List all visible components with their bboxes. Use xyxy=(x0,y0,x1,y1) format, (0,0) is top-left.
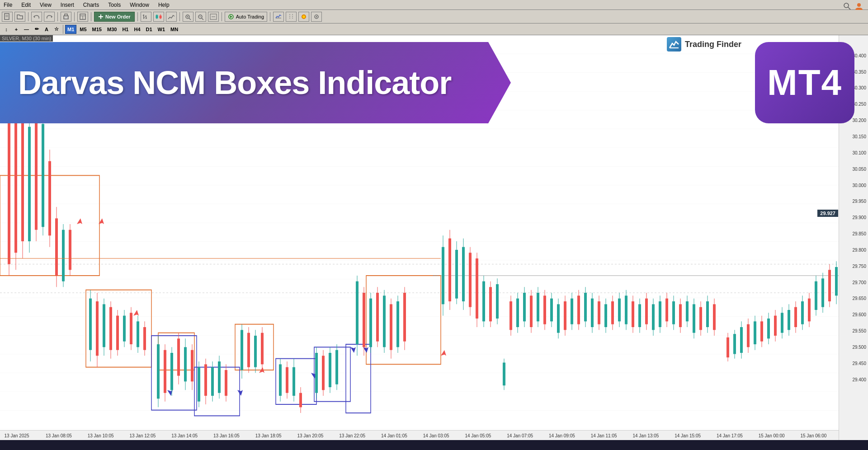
w1-btn[interactable]: W1 xyxy=(156,25,168,34)
svg-rect-74 xyxy=(62,230,65,281)
svg-rect-199 xyxy=(543,295,546,324)
color-settings-btn[interactable] xyxy=(298,12,309,22)
svg-rect-263 xyxy=(767,319,770,338)
svg-rect-68 xyxy=(42,124,44,227)
candle-chart-btn[interactable] xyxy=(153,12,164,22)
svg-rect-159 xyxy=(383,295,386,347)
time-label-3: 13 Jan 12:05 xyxy=(129,433,156,438)
new-order-button[interactable]: New Order xyxy=(94,12,135,22)
time-label-14: 14 Jan 11:05 xyxy=(591,433,617,438)
indicator-list-btn[interactable] xyxy=(273,12,284,22)
svg-rect-94 xyxy=(137,321,139,347)
menu-edit[interactable]: Edit xyxy=(19,1,33,9)
svg-rect-62 xyxy=(21,104,24,241)
print-btn[interactable] xyxy=(61,12,71,22)
time-label-0: 13 Jan 2025 xyxy=(5,433,29,438)
m5-btn[interactable]: M5 xyxy=(77,25,89,34)
svg-rect-283 xyxy=(835,267,838,295)
svg-rect-191 xyxy=(516,299,519,327)
menu-file[interactable]: File xyxy=(2,1,14,9)
trading-finder-logo: Trading Finder xyxy=(667,37,741,52)
svg-rect-189 xyxy=(509,301,512,330)
svg-point-39 xyxy=(316,16,317,17)
svg-rect-64 xyxy=(28,127,31,241)
text-btn[interactable]: A xyxy=(42,25,51,34)
svg-rect-255 xyxy=(740,327,743,353)
svg-rect-110 xyxy=(191,350,193,382)
svg-rect-104 xyxy=(170,353,173,390)
h4-btn[interactable]: H4 xyxy=(132,25,142,34)
chart-settings-btn[interactable] xyxy=(311,12,322,22)
svg-rect-161 xyxy=(390,304,392,350)
redo-btn[interactable] xyxy=(44,12,55,22)
avatar-icon[interactable] xyxy=(854,2,863,11)
svg-rect-215 xyxy=(598,301,600,324)
svg-rect-82 xyxy=(96,301,99,356)
m1-btn[interactable]: M1 xyxy=(65,25,76,34)
price-29700: 29.700 xyxy=(852,280,866,285)
svg-rect-193 xyxy=(523,293,526,321)
fit-btn[interactable] xyxy=(208,12,219,22)
svg-rect-145 xyxy=(329,353,331,387)
mn-btn[interactable]: MN xyxy=(168,25,180,34)
templates-btn[interactable] xyxy=(77,12,88,22)
svg-rect-153 xyxy=(363,293,365,347)
line-chart-btn[interactable] xyxy=(166,12,177,22)
svg-rect-275 xyxy=(808,299,811,322)
menu-view[interactable]: View xyxy=(38,1,53,9)
tf-logo-icon xyxy=(667,37,681,52)
svg-point-37 xyxy=(302,15,305,18)
new-chart-btn[interactable] xyxy=(2,12,13,22)
svg-rect-207 xyxy=(571,299,573,324)
cursor-btn[interactable]: ↕ xyxy=(2,25,11,34)
bar-chart-btn[interactable] xyxy=(141,12,151,22)
svg-rect-174 xyxy=(462,247,465,301)
svg-rect-135 xyxy=(286,367,288,393)
menu-tools[interactable]: Tools xyxy=(106,1,123,9)
svg-rect-245 xyxy=(699,307,702,330)
svg-rect-233 xyxy=(659,301,661,327)
svg-rect-181 xyxy=(482,281,485,322)
undo-btn[interactable] xyxy=(31,12,42,22)
zoom-out-btn[interactable] xyxy=(195,12,206,22)
svg-rect-257 xyxy=(747,324,750,347)
svg-rect-203 xyxy=(557,304,560,333)
m15-btn[interactable]: M15 xyxy=(90,25,104,34)
mt4-badge: MT4 xyxy=(755,42,854,123)
svg-rect-115 xyxy=(204,364,207,396)
menu-help[interactable]: Help xyxy=(156,1,171,9)
current-price-badge: 29.927 xyxy=(817,210,838,217)
svg-rect-117 xyxy=(211,367,214,396)
open-btn[interactable] xyxy=(14,12,25,22)
svg-rect-121 xyxy=(225,370,227,396)
banner: Darvas NCM Boxes Indicator xyxy=(0,42,511,123)
svg-rect-223 xyxy=(625,295,627,324)
autotrading-button[interactable]: Auto Trading xyxy=(225,12,267,22)
menu-window[interactable]: Window xyxy=(128,1,151,9)
svg-line-27 xyxy=(202,18,203,20)
svg-rect-253 xyxy=(733,334,736,354)
m30-btn[interactable]: M30 xyxy=(105,25,119,34)
h1-btn[interactable]: H1 xyxy=(120,25,131,34)
price-29600: 29.600 xyxy=(852,312,866,317)
svg-rect-137 xyxy=(292,367,295,396)
crosshair-btn[interactable]: + xyxy=(12,25,21,34)
svg-rect-273 xyxy=(801,301,804,324)
menu-insert[interactable]: Insert xyxy=(59,1,76,9)
period-separators-btn[interactable] xyxy=(286,12,297,22)
menu-charts[interactable]: Charts xyxy=(81,1,101,9)
star-btn[interactable]: ☆ xyxy=(52,25,61,34)
zoom-in-btn[interactable] xyxy=(183,12,193,22)
svg-rect-229 xyxy=(645,299,648,324)
svg-rect-221 xyxy=(618,299,621,322)
tf-logo-text: Trading Finder xyxy=(685,40,741,49)
svg-point-285 xyxy=(844,3,849,8)
svg-rect-219 xyxy=(611,301,614,324)
chart-area[interactable]: SILVER, M30 (30 min) Trading Finder Darv… xyxy=(0,35,868,440)
d1-btn[interactable]: D1 xyxy=(144,25,155,34)
pencil-btn[interactable]: ✏ xyxy=(32,25,41,34)
svg-rect-151 xyxy=(356,281,359,344)
price-30200: 30.200 xyxy=(852,118,866,123)
search-icon[interactable] xyxy=(843,2,852,11)
line-btn[interactable]: — xyxy=(22,25,31,34)
